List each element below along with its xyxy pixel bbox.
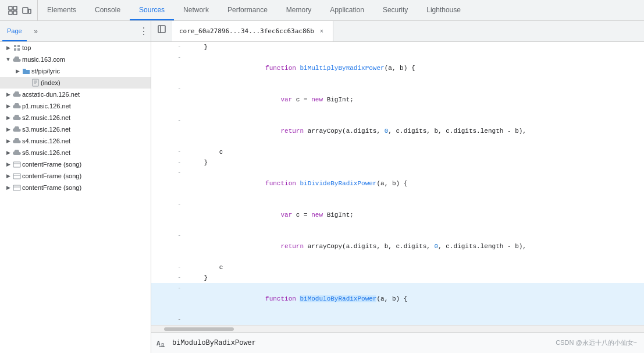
tab-lighthouse[interactable]: Lighthouse [417, 0, 470, 20]
file-tab-bar: core_60a27896...34...3fec6cc63ac86b × [151, 21, 644, 41]
sidebar-item-label-cf2: contentFrame (song) [22, 172, 81, 179]
top-icon [13, 44, 21, 52]
line-num-1 [151, 42, 175, 52]
svg-rect-16 [13, 162, 20, 167]
line-content-8: var c = new BigInt; [184, 199, 644, 231]
tree-arrow-p1: ▶ [5, 103, 12, 110]
sidebar-item-contentframe-3[interactable]: ▶ contentFrame (song) [0, 182, 151, 193]
main-tab-list: Elements Console Sources Network Perform… [38, 0, 642, 20]
sidebar-item-lyric-folder[interactable]: ▶ st/pip/lyric [0, 65, 151, 77]
cloud-icon-music163 [13, 55, 21, 63]
line-num-10 [151, 262, 175, 273]
code-line-10: - c [151, 262, 644, 273]
file-tab-name: core_60a27896...34...3fec6cc63ac86b [179, 27, 314, 35]
inspect-icon[interactable] [7, 5, 19, 16]
line-arrow-1: - [175, 42, 184, 52]
search-input[interactable] [172, 336, 551, 350]
sidebar-item-top[interactable]: ▶ top [0, 42, 151, 54]
line-content-12: function biModuloByRadixPower(a, b) { [184, 283, 644, 315]
svg-text:A: A [156, 340, 161, 347]
svg-rect-5 [29, 9, 31, 13]
svg-rect-18 [13, 174, 20, 179]
content-area: ▶ top ▼ music.163.com ▶ [0, 42, 644, 353]
line-arrow-4: - [175, 115, 184, 147]
code-line-13: - var c = new BigInt; [151, 315, 644, 325]
sidebar-item-label-s3: s3.music.126.net [22, 126, 70, 133]
tab-memory[interactable]: Memory [277, 0, 321, 20]
horizontal-scrollbar[interactable] [151, 325, 644, 332]
sidebar-item-index[interactable]: ▶ (index) [0, 77, 151, 89]
sidebar-tree: ▶ top ▼ music.163.com ▶ [0, 42, 151, 353]
line-num-2 [151, 52, 175, 84]
sidebar-item-contentframe-2[interactable]: ▶ contentFrame (song) [0, 170, 151, 182]
tree-arrow-s2: ▶ [5, 114, 12, 121]
line-num-6 [151, 157, 175, 168]
line-content-6: } [184, 157, 644, 168]
tab-sources[interactable]: Sources [130, 0, 174, 20]
sidebar-item-s2[interactable]: ▶ s2.music.126.net [0, 112, 151, 123]
tree-arrow-cf3: ▶ [5, 184, 12, 191]
cloud-icon-acstatic [13, 90, 21, 98]
line-content-13: var c = new BigInt; [184, 315, 644, 325]
code-table: - } - function biMultiplyByRadixPower(a,… [151, 42, 644, 325]
sidebar-kebab[interactable]: ⋮ [139, 26, 148, 37]
tab-network[interactable]: Network [174, 0, 218, 20]
watermark-text: CSDN @永远十八的小仙女~ [556, 338, 637, 347]
line-arrow-9: - [175, 231, 184, 262]
sidebar-item-contentframe-1[interactable]: ▶ contentFrame (song) [0, 158, 151, 170]
file-tab-core[interactable]: core_60a27896...34...3fec6cc63ac86b × [172, 21, 333, 41]
sidebar-item-label-acstatic: acstatic-dun.126.net [22, 91, 80, 98]
line-content-3: var c = new BigInt; [184, 84, 644, 115]
sidebar-item-label-s2: s2.music.126.net [22, 114, 70, 121]
svg-rect-3 [13, 11, 17, 15]
search-replace-icon: A B [156, 337, 168, 349]
code-line-9: - return arrayCopy(a.digits, b, c.digits… [151, 231, 644, 262]
code-line-2: - function biMultiplyByRadixPower(a, b) … [151, 52, 644, 84]
sidebar-tree-panel: ▶ top ▼ music.163.com ▶ [0, 42, 151, 353]
svg-rect-11 [17, 48, 20, 51]
sidebar-item-s4[interactable]: ▶ s4.music.126.net [0, 135, 151, 147]
device-toggle-icon[interactable] [21, 5, 33, 16]
page-tab[interactable]: Page [2, 21, 27, 41]
tab-elements[interactable]: Elements [38, 0, 86, 20]
iframe-icon-3 [13, 183, 21, 192]
sidebar-item-s6[interactable]: ▶ s6.music.126.net [0, 147, 151, 158]
tree-arrow-top: ▶ [5, 44, 12, 51]
sidebar-header: Page » ⋮ [0, 21, 151, 41]
line-num-4 [151, 115, 175, 147]
sidebar-item-music163[interactable]: ▼ music.163.com [0, 54, 151, 65]
sidebar-item-label-p1: p1.music.126.net [22, 103, 71, 110]
code-line-7: - function biDivideByRadixPower(a, b) { [151, 168, 644, 199]
tree-arrow-s4: ▶ [5, 137, 12, 144]
line-num-12 [151, 283, 175, 315]
scroll-thumb[interactable] [164, 327, 234, 331]
tree-arrow-cf2: ▶ [5, 172, 12, 179]
line-content-7: function biDivideByRadixPower(a, b) { [184, 168, 644, 199]
svg-rect-0 [9, 6, 12, 10]
sidebar-item-s3[interactable]: ▶ s3.music.126.net [0, 123, 151, 135]
page-tab-label: Page [7, 27, 22, 34]
bottom-search-bar: A B CSDN @永远十八的小仙女~ [151, 332, 644, 353]
tab-application[interactable]: Application [321, 0, 373, 20]
code-line-6: - } [151, 157, 644, 168]
file-icon-index [31, 79, 40, 87]
tree-arrow-s3: ▶ [5, 126, 12, 133]
tab-security[interactable]: Security [373, 0, 417, 20]
line-arrow-12: - [175, 283, 184, 315]
cloud-icon-s4 [13, 137, 21, 145]
sidebar-item-label-lyric: st/pip/lyric [31, 68, 60, 75]
cloud-icon-s6 [13, 149, 21, 157]
svg-rect-8 [14, 45, 16, 47]
page-tab-more[interactable]: » [29, 24, 43, 38]
code-scroll-area[interactable]: - } - function biMultiplyByRadixPower(a,… [151, 42, 644, 325]
tab-console[interactable]: Console [86, 0, 130, 20]
sidebar-item-acstatic[interactable]: ▶ acstatic-dun.126.net [0, 89, 151, 100]
iframe-icon-1 [13, 160, 21, 168]
line-arrow-2: - [175, 52, 184, 84]
svg-rect-12 [33, 79, 38, 86]
panel-toggle-button[interactable] [154, 21, 170, 37]
file-tab-close[interactable]: × [318, 27, 326, 36]
line-num-7 [151, 168, 175, 199]
tab-performance[interactable]: Performance [218, 0, 277, 20]
sidebar-item-p1[interactable]: ▶ p1.music.126.net [0, 100, 151, 112]
